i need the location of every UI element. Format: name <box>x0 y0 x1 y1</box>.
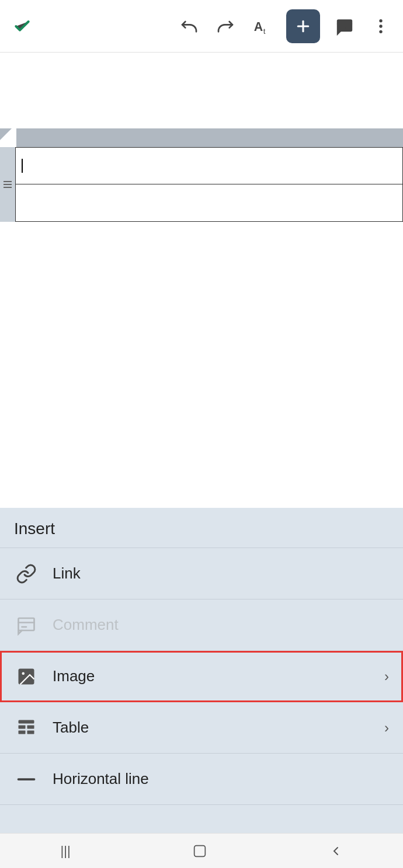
svg-rect-17 <box>27 725 34 728</box>
insert-image-label: Image <box>53 667 384 685</box>
svg-point-9 <box>379 30 382 33</box>
toolbar-left <box>11 15 34 38</box>
more-button[interactable] <box>369 15 392 38</box>
nav-menu-button[interactable]: ||| <box>48 839 82 863</box>
horizontal-line-icon <box>14 767 39 792</box>
svg-rect-10 <box>19 618 34 630</box>
svg-point-8 <box>379 25 382 27</box>
row-indicator <box>0 147 15 222</box>
svg-text:t: t <box>263 27 266 36</box>
table-cell-2[interactable] <box>15 184 403 222</box>
nav-home-button[interactable] <box>180 838 220 864</box>
check-button[interactable] <box>11 15 34 38</box>
insert-horizontal-line-label: Horizontal line <box>53 770 389 788</box>
table-chevron-icon: › <box>384 720 389 736</box>
comment-icon <box>14 613 39 637</box>
insert-item-table[interactable]: Table › <box>0 702 403 754</box>
undo-button[interactable] <box>178 15 201 38</box>
nav-menu-icon: ||| <box>60 843 70 859</box>
nav-back-button[interactable] <box>317 839 355 863</box>
insert-panel-title: Insert <box>0 508 403 548</box>
row-line <box>4 187 12 188</box>
svg-rect-16 <box>19 725 26 728</box>
image-icon <box>14 664 39 689</box>
svg-rect-18 <box>19 730 26 734</box>
svg-rect-21 <box>194 845 205 856</box>
insert-item-link[interactable]: Link <box>0 548 403 599</box>
insert-item-horizontal-line[interactable]: Horizontal line <box>0 754 403 805</box>
toolbar-right: A t <box>178 9 392 43</box>
document-area <box>0 53 403 543</box>
comment-button[interactable] <box>333 15 356 38</box>
insert-panel: Insert Link Comment <box>0 508 403 833</box>
svg-point-7 <box>379 19 382 22</box>
insert-link-label: Link <box>53 564 389 583</box>
doc-table-area <box>15 147 403 222</box>
svg-point-14 <box>22 672 25 675</box>
link-icon <box>14 562 39 586</box>
svg-text:A: A <box>254 20 263 34</box>
insert-comment-label: Comment <box>53 616 389 634</box>
redo-button[interactable] <box>214 15 237 38</box>
table-icon <box>14 716 39 740</box>
row-line <box>4 184 12 185</box>
doc-header-bar <box>16 128 403 147</box>
text-cursor <box>22 159 23 173</box>
svg-rect-4 <box>338 20 352 31</box>
insert-item-comment: Comment <box>0 599 403 651</box>
bottom-nav: ||| <box>0 833 403 868</box>
svg-rect-19 <box>27 730 34 734</box>
corner-indicator <box>0 128 12 140</box>
insert-item-image[interactable]: Image › <box>0 651 403 702</box>
row-line <box>4 181 12 182</box>
text-format-button[interactable]: A t <box>250 15 273 38</box>
table-cell-1[interactable] <box>15 147 403 184</box>
insert-table-label: Table <box>53 719 384 737</box>
add-button[interactable] <box>286 9 320 43</box>
svg-rect-15 <box>19 720 34 723</box>
image-chevron-icon: › <box>384 668 389 685</box>
toolbar: A t <box>0 0 403 53</box>
